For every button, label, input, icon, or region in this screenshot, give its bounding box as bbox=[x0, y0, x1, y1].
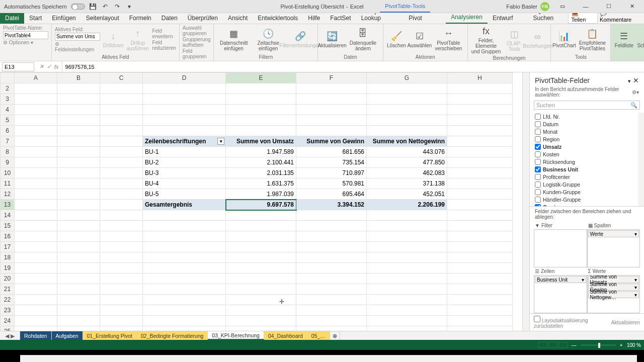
row-header-24[interactable]: 24 bbox=[1, 316, 15, 326]
recommend-button[interactable]: 📋Empfohlene PivotTables bbox=[577, 28, 607, 51]
cell-A20[interactable] bbox=[15, 274, 57, 284]
fx-icon[interactable]: fx bbox=[54, 64, 59, 70]
horizontal-scrollbar[interactable] bbox=[20, 355, 637, 362]
cell-B5[interactable] bbox=[57, 115, 100, 126]
cell-E18[interactable] bbox=[226, 252, 296, 263]
field-business-unit[interactable]: Business Unit bbox=[535, 165, 639, 173]
cell-D6[interactable] bbox=[143, 126, 226, 136]
cell-F12[interactable]: 695.464 bbox=[296, 189, 367, 200]
cell-H21[interactable] bbox=[447, 284, 513, 295]
cell-G13[interactable]: 2.206.199 bbox=[367, 200, 447, 210]
cell-D3[interactable] bbox=[143, 94, 226, 105]
cell-A10[interactable] bbox=[15, 168, 57, 178]
cell-B19[interactable] bbox=[57, 263, 100, 274]
field-profitcenter[interactable]: Profitcenter bbox=[535, 173, 639, 180]
field-kosten[interactable]: Kosten bbox=[535, 150, 639, 158]
cell-B25[interactable] bbox=[57, 326, 100, 331]
cell-H24[interactable] bbox=[447, 316, 513, 326]
cell-A17[interactable] bbox=[15, 242, 57, 252]
row-header-17[interactable]: 17 bbox=[1, 242, 15, 252]
cell-C18[interactable] bbox=[100, 252, 143, 263]
cell-C24[interactable] bbox=[100, 316, 143, 326]
cell-H17[interactable] bbox=[447, 242, 513, 252]
cell-D24[interactable] bbox=[143, 316, 226, 326]
cell-D25[interactable] bbox=[143, 326, 226, 331]
cell-G15[interactable] bbox=[367, 221, 447, 231]
cell-C8[interactable] bbox=[100, 147, 143, 157]
zoom-slider[interactable] bbox=[581, 344, 616, 346]
sheet-04[interactable]: 04_Dashboard bbox=[264, 331, 307, 340]
slicer-button[interactable]: ▦Datenschnitt einfügen bbox=[217, 28, 251, 51]
row-header-9[interactable]: 9 bbox=[1, 157, 15, 168]
sheet-02[interactable]: 02_Bedingte Formatierung bbox=[137, 331, 208, 340]
cell-G9[interactable]: 477.850 bbox=[367, 157, 447, 168]
cell-B12[interactable] bbox=[57, 189, 100, 200]
cell-D22[interactable] bbox=[143, 295, 226, 305]
cell-G3[interactable] bbox=[367, 94, 447, 105]
field-rücksendung[interactable]: Rücksendung bbox=[535, 158, 639, 165]
tab-view[interactable]: Ansicht bbox=[223, 13, 253, 24]
cell-D10[interactable]: BU-3 bbox=[143, 168, 226, 178]
cell-C4[interactable] bbox=[100, 105, 143, 115]
cell-F9[interactable]: 735.154 bbox=[296, 157, 367, 168]
field-datum[interactable]: Datum bbox=[535, 120, 639, 128]
area-item[interactable]: Summe von Nettogew…▾ bbox=[588, 291, 639, 298]
cell-F11[interactable]: 570.981 bbox=[296, 178, 367, 189]
redo-icon[interactable]: ↷ bbox=[113, 3, 121, 11]
cell-A2[interactable] bbox=[15, 83, 57, 94]
row-header-6[interactable]: 6 bbox=[1, 126, 15, 136]
cell-C3[interactable] bbox=[100, 94, 143, 105]
cell-B21[interactable] bbox=[57, 284, 100, 295]
cell-D7[interactable]: Zeilenbeschriftungen▾ bbox=[143, 136, 226, 147]
cell-D17[interactable] bbox=[143, 242, 226, 252]
cell-C17[interactable] bbox=[100, 242, 143, 252]
cell-C19[interactable] bbox=[100, 263, 143, 274]
cell-A24[interactable] bbox=[15, 316, 57, 326]
field-händler-gruppe[interactable]: Händler-Gruppe bbox=[535, 196, 639, 203]
calcfield-button[interactable]: fxFelder, Elemente und Gruppen bbox=[471, 25, 502, 54]
cell-G22[interactable] bbox=[367, 295, 447, 305]
cell-G24[interactable] bbox=[367, 316, 447, 326]
cell-E12[interactable]: 1.987.039 bbox=[226, 189, 296, 200]
close-icon[interactable]: ✕ bbox=[622, 0, 642, 13]
cell-G2[interactable] bbox=[367, 83, 447, 94]
cell-B16[interactable] bbox=[57, 231, 100, 242]
row-header-22[interactable]: 22 bbox=[1, 295, 15, 305]
cell-H4[interactable] bbox=[447, 105, 513, 115]
fieldlist-button[interactable]: ☰Feldliste bbox=[614, 30, 634, 48]
cell-B17[interactable] bbox=[57, 242, 100, 252]
cell-D16[interactable] bbox=[143, 231, 226, 242]
cell-D5[interactable] bbox=[143, 115, 226, 126]
cell-D8[interactable]: BU-1 bbox=[143, 147, 226, 157]
cell-E3[interactable] bbox=[226, 94, 296, 105]
user-name[interactable]: Fabio Basler bbox=[506, 4, 537, 10]
cell-C5[interactable] bbox=[100, 115, 143, 126]
add-sheet-button[interactable]: ⊕ bbox=[330, 331, 340, 340]
vertical-scrollbar[interactable] bbox=[522, 72, 529, 331]
cell-F13[interactable]: 3.394.152 bbox=[296, 200, 367, 210]
row-header-25[interactable]: 25 bbox=[1, 326, 15, 331]
sheet-aufgaben[interactable]: Aufgaben bbox=[52, 331, 83, 340]
cell-E9[interactable]: 2.100.441 bbox=[226, 157, 296, 168]
rows-area[interactable]: Business Unit▾ bbox=[534, 275, 587, 313]
cell-F17[interactable] bbox=[296, 242, 367, 252]
col-header-B[interactable]: B bbox=[57, 73, 100, 83]
cell-D21[interactable] bbox=[143, 284, 226, 295]
cell-F5[interactable] bbox=[296, 115, 367, 126]
cell-G6[interactable] bbox=[367, 126, 447, 136]
fieldlist-scrollbar[interactable] bbox=[638, 113, 644, 206]
row-header-13[interactable]: 13 bbox=[1, 200, 15, 210]
tab-data[interactable]: Daten bbox=[156, 13, 183, 24]
cell-H3[interactable] bbox=[447, 94, 513, 105]
maximize-icon[interactable]: ☐ bbox=[599, 0, 619, 13]
clear-button[interactable]: 🧹Löschen bbox=[386, 30, 407, 48]
cell-F14[interactable] bbox=[296, 210, 367, 221]
timeline-button[interactable]: 🕓Zeitachse einfügen bbox=[254, 28, 283, 51]
cell-H25[interactable] bbox=[447, 326, 513, 331]
filter-area[interactable] bbox=[534, 229, 587, 267]
cell-E7[interactable]: Summe von Umsatz bbox=[226, 136, 296, 147]
panel-close-icon[interactable]: ✕ bbox=[633, 76, 639, 84]
cell-E6[interactable] bbox=[226, 126, 296, 136]
cell-C16[interactable] bbox=[100, 231, 143, 242]
active-field-input[interactable] bbox=[55, 33, 100, 41]
